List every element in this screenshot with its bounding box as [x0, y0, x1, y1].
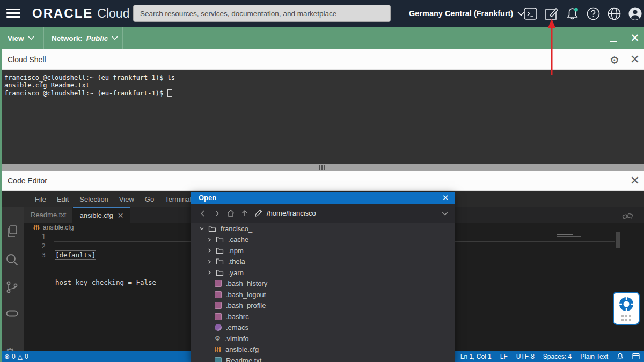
menu-go[interactable]: Go: [140, 195, 159, 203]
menu-file[interactable]: File: [30, 195, 52, 203]
tree-row-readme[interactable]: Readme.txt: [191, 355, 455, 362]
notification-dot: [574, 8, 578, 12]
tab-label: ansible.cfg: [79, 211, 113, 219]
chevron-down-icon: [28, 36, 34, 40]
network-label: Network:: [52, 34, 83, 42]
chevron-right-icon: [207, 238, 211, 242]
oracle-cloud-logo[interactable]: ORACLE Cloud: [32, 6, 129, 21]
tree-row-bash-history[interactable]: .bash_history: [191, 278, 455, 290]
chevron-down-icon: [112, 36, 118, 40]
view-menu[interactable]: View: [8, 27, 34, 49]
path-input[interactable]: /home/francisco_: [254, 209, 436, 217]
code-content[interactable]: [defaults] host_key_checking = False: [55, 232, 156, 323]
tree-row-npm[interactable]: .npm: [191, 245, 455, 256]
chevron-down-icon: [200, 226, 204, 231]
shell-close-icon[interactable]: ✕: [628, 51, 642, 68]
tree-row-emacs[interactable]: .emacs: [191, 322, 455, 334]
view-menu-label: View: [8, 34, 24, 42]
problems-indicator[interactable]: ⊗ 0 △ 0: [4, 353, 28, 360]
dialog-close-icon[interactable]: ✕: [441, 192, 450, 204]
shell-file-icon: [215, 280, 222, 287]
emacs-file-icon: [215, 324, 222, 331]
tree-row-francisco[interactable]: francisco_: [191, 223, 455, 234]
terminal[interactable]: francisco_@cloudshell:~ (eu-frankfurt-1)…: [0, 70, 644, 164]
tree-row-ansible-cfg[interactable]: ansible.cfg: [191, 344, 455, 356]
network-menu[interactable]: Network: Public: [52, 27, 118, 49]
menu-edit[interactable]: Edit: [52, 195, 74, 203]
menu-selection[interactable]: Selection: [74, 195, 113, 203]
globe-icon[interactable]: [607, 6, 621, 21]
menu-view[interactable]: View: [114, 195, 140, 203]
hamburger-menu-icon[interactable]: [6, 9, 20, 18]
close-window-button[interactable]: ✕: [629, 30, 641, 46]
logo-cloud-text: Cloud: [97, 6, 129, 21]
folder-icon: [216, 269, 224, 276]
tree-row-bash-profile[interactable]: .bash_profile: [191, 300, 455, 312]
line-numbers: 1 2 3: [24, 232, 46, 260]
nav-back-icon[interactable]: [199, 209, 207, 218]
path-value: /home/francisco_: [267, 209, 320, 217]
annotation-arrow: [546, 19, 558, 76]
extensions-icon[interactable]: [5, 306, 19, 321]
tree-row-bashrc[interactable]: .bashrc: [191, 311, 455, 322]
shell-file-icon: [215, 302, 222, 309]
activity-bar: ⚙: [0, 207, 24, 351]
chevron-right-icon: [207, 260, 211, 264]
tab-close-icon[interactable]: ✕: [118, 211, 124, 220]
minimap[interactable]: [557, 236, 581, 237]
status-line-col[interactable]: Ln 1, Col 1: [460, 353, 492, 360]
shell-settings-gear-icon[interactable]: ⚙: [607, 53, 622, 68]
tree-row-bash-logout[interactable]: .bash_logout: [191, 289, 455, 300]
editor-scrollbar[interactable]: [616, 232, 620, 248]
shell-file-icon: [215, 313, 222, 320]
tree-row-viminfo[interactable]: ⚙ .viminfo: [191, 333, 455, 344]
nav-up-icon[interactable]: [240, 209, 249, 218]
code-line-2: host_key_checking = False: [55, 278, 156, 287]
nav-forward-icon[interactable]: [213, 209, 221, 218]
status-panel-icon[interactable]: [632, 353, 640, 360]
minimize-button[interactable]: [610, 31, 618, 45]
global-search: [133, 5, 391, 22]
status-eol[interactable]: LF: [500, 353, 508, 360]
network-value: Public: [86, 34, 108, 42]
window-border: [0, 49, 2, 362]
help-icon[interactable]: [586, 6, 601, 21]
file-tree: francisco_ .cache .npm .theia .yarn: [191, 223, 455, 362]
search-input[interactable]: [133, 5, 391, 22]
region-label: Germany Central (Frankfurt): [409, 9, 513, 18]
status-encoding[interactable]: UTF-8: [516, 353, 535, 360]
status-bell-icon[interactable]: [617, 353, 624, 360]
tree-row-yarn[interactable]: .yarn: [191, 267, 455, 278]
tree-row-cache[interactable]: .cache: [191, 234, 455, 246]
explorer-icon[interactable]: [5, 224, 19, 239]
minimap[interactable]: [557, 234, 573, 235]
status-language[interactable]: Plain Text: [580, 353, 608, 360]
region-selector[interactable]: Germany Central (Frankfurt): [409, 0, 525, 27]
user-avatar[interactable]: [628, 6, 642, 21]
folder-icon: [216, 258, 224, 265]
vim-file-icon: ⚙: [215, 335, 221, 342]
open-dialog-titlebar[interactable]: Open ✕: [191, 192, 455, 204]
cloud-shell-icon[interactable]: [523, 6, 538, 21]
breadcrumb-filename: ansible.cfg: [43, 224, 74, 231]
tab-ansible-cfg[interactable]: ansible.cfg ✕: [73, 207, 130, 223]
tab-label: Readme.txt: [31, 211, 66, 219]
notifications-bell-icon[interactable]: [565, 6, 580, 21]
errors-icon: ⊗: [4, 353, 10, 360]
open-dialog: Open ✕ /home/francisco_: [191, 192, 455, 362]
code-line-1: [defaults]: [55, 251, 96, 259]
support-widget-button[interactable]: [613, 292, 640, 325]
nav-home-icon[interactable]: [226, 209, 235, 218]
tree-row-theia[interactable]: .theia: [191, 256, 455, 268]
search-icon[interactable]: [5, 253, 19, 267]
split-editor-icon[interactable]: [621, 210, 634, 223]
panel-resize-handle[interactable]: [0, 164, 644, 171]
path-dropdown-icon[interactable]: [442, 211, 448, 216]
status-indentation[interactable]: Spaces: 4: [543, 353, 572, 360]
oracle-cloud-console: ORACLE Cloud Germany Central (Frankfurt): [0, 0, 644, 362]
tab-readme[interactable]: Readme.txt: [24, 207, 73, 223]
source-control-icon[interactable]: [5, 280, 19, 294]
editor-close-icon[interactable]: ✕: [628, 173, 642, 189]
warnings-count: 0: [25, 353, 28, 360]
breadcrumb[interactable]: ansible.cfg: [33, 224, 74, 231]
